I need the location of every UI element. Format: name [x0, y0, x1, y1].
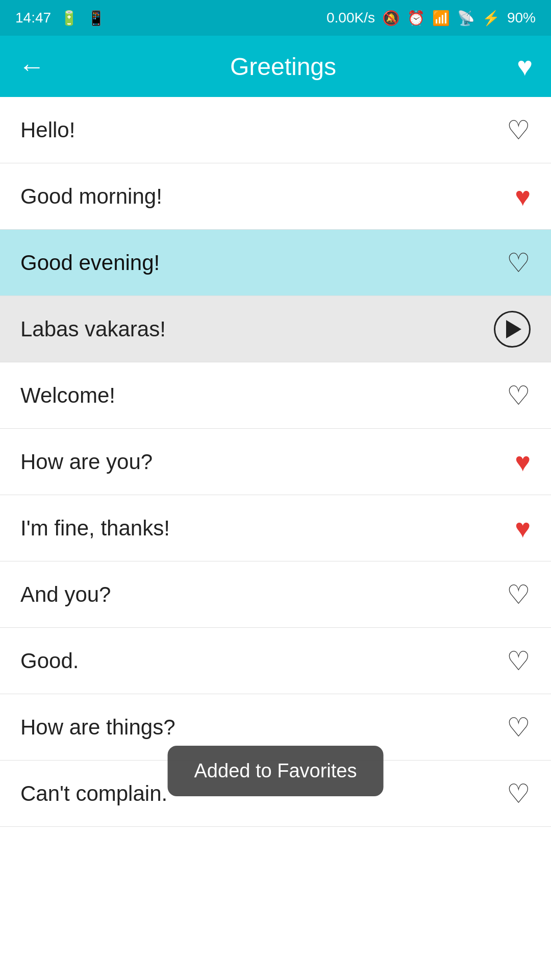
mute-icon: 🔕 — [382, 10, 400, 27]
list-item-text: Labas vakaras! — [20, 317, 166, 341]
favorite-button-outline[interactable]: ♡ — [507, 579, 531, 610]
list-item-text: And you? — [20, 582, 111, 607]
toast-message: Added to Favorites — [168, 746, 384, 796]
greetings-list: Hello!♡Good morning!♥Good evening!♡Labas… — [0, 97, 551, 827]
wifi-icon: 📶 — [432, 10, 450, 27]
signal-icon: 📡 — [457, 10, 475, 27]
list-item-text: How are things? — [20, 715, 176, 740]
list-item[interactable]: Good morning!♥ — [0, 163, 551, 230]
page-title: Greetings — [60, 53, 506, 81]
favorite-button-outline[interactable]: ♡ — [507, 646, 531, 676]
list-item-text: How are you? — [20, 450, 153, 474]
battery-icon-placeholder: 🔋 — [60, 10, 78, 27]
list-item[interactable]: Good.♡ — [0, 628, 551, 694]
list-item[interactable]: Welcome!♡ — [0, 362, 551, 429]
favorite-button-outline[interactable]: ♡ — [507, 778, 531, 809]
back-button[interactable]: ← — [18, 51, 45, 82]
list-item[interactable]: Hello!♡ — [0, 97, 551, 163]
list-item-text: I'm fine, thanks! — [20, 516, 170, 541]
status-right: 0.00K/s 🔕 ⏰ 📶 📡 ⚡ 90% — [327, 10, 536, 27]
favorite-button-outline[interactable]: ♡ — [507, 380, 531, 411]
list-item[interactable]: I'm fine, thanks!♥ — [0, 495, 551, 561]
favorite-button-filled[interactable]: ♥ — [515, 447, 531, 477]
list-item-text: Good evening! — [20, 251, 160, 275]
lightning-icon: ⚡ — [482, 10, 500, 27]
sim-icon: 📱 — [87, 10, 105, 27]
network-speed: 0.00K/s — [327, 10, 375, 26]
favorite-button-filled[interactable]: ♥ — [515, 181, 531, 212]
play-button[interactable] — [494, 311, 531, 348]
battery-percent: 90% — [507, 10, 536, 26]
app-header: ← Greetings ♥ — [0, 36, 551, 97]
header-favorite-button[interactable]: ♥ — [517, 51, 533, 82]
list-item-text: Hello! — [20, 118, 75, 142]
list-item-text: Good. — [20, 649, 79, 673]
favorite-button-filled[interactable]: ♥ — [515, 513, 531, 544]
favorite-button-outline[interactable]: ♡ — [507, 712, 531, 743]
list-item-text: Can't complain. — [20, 781, 167, 806]
favorite-button-outline[interactable]: ♡ — [507, 115, 531, 145]
list-item[interactable]: Good evening!♡ — [0, 230, 551, 296]
status-time: 14:47 — [15, 10, 51, 26]
list-item[interactable]: And you?♡ — [0, 561, 551, 628]
list-item-text: Good morning! — [20, 184, 162, 209]
list-item-text: Welcome! — [20, 383, 115, 408]
list-item[interactable]: How are you?♥ — [0, 429, 551, 495]
favorite-button-outline[interactable]: ♡ — [507, 248, 531, 278]
toast-container: Added to Favorites — [168, 746, 384, 796]
alarm-icon: ⏰ — [407, 10, 425, 27]
status-left: 14:47 🔋 📱 — [15, 10, 105, 27]
list-item[interactable]: Labas vakaras! — [0, 296, 551, 362]
status-bar: 14:47 🔋 📱 0.00K/s 🔕 ⏰ 📶 📡 ⚡ 90% — [0, 0, 551, 36]
play-triangle-icon — [506, 320, 521, 338]
